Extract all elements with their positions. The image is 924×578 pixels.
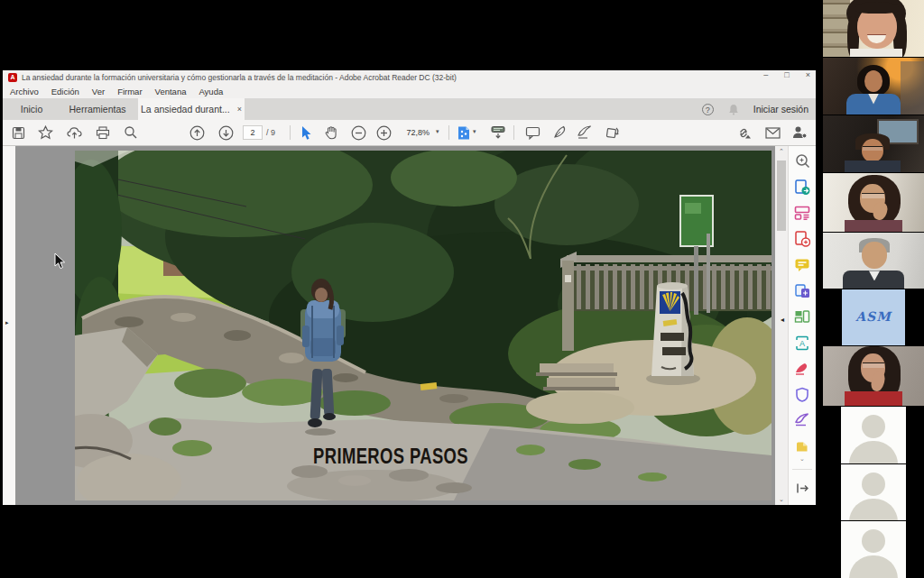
- participant-tile[interactable]: [823, 58, 924, 115]
- email-icon[interactable]: [764, 124, 781, 141]
- glasses: [863, 362, 884, 368]
- vertical-scrollbar[interactable]: ⌃ ⌄: [775, 146, 788, 505]
- zoom-level-value[interactable]: 72,8%: [401, 125, 430, 140]
- combine-files-icon[interactable]: [794, 283, 810, 299]
- toolbar-presets-icon[interactable]: [490, 124, 506, 141]
- search-icon[interactable]: [123, 124, 139, 141]
- create-pdf-icon[interactable]: [794, 231, 810, 247]
- glasses: [862, 193, 884, 198]
- participant-video-strip: ASM: [823, 0, 924, 578]
- bookshelf-background: [823, 0, 850, 57]
- previous-page-icon[interactable]: [189, 124, 205, 141]
- participant-tile-asm[interactable]: ASM: [823, 289, 924, 345]
- restore-button[interactable]: □: [784, 70, 789, 79]
- tools-panel: ◂: [788, 146, 816, 505]
- comment-tool-icon[interactable]: [794, 257, 810, 273]
- hand-tool-icon[interactable]: [323, 124, 339, 141]
- scroll-up-icon[interactable]: ⌃: [775, 148, 788, 155]
- asm-label: ASM: [842, 309, 905, 324]
- participant-tile[interactable]: [823, 0, 924, 57]
- menu-ventana[interactable]: Ventana: [155, 87, 187, 96]
- slide-caption: PRIMEROS PASOS: [304, 445, 477, 469]
- svg-text:A: A: [799, 339, 805, 348]
- participant-face: [862, 139, 883, 162]
- help-icon[interactable]: ?: [702, 104, 714, 115]
- mouse-cursor: [54, 252, 66, 270]
- save-icon[interactable]: [10, 124, 26, 141]
- fill-sign-tool-icon[interactable]: [794, 361, 810, 377]
- acrobat-app-icon: A: [8, 73, 17, 82]
- tab-bar: Inicio Herramientas La ansiedad durant..…: [3, 98, 816, 120]
- page-total-label: / 9: [266, 125, 275, 140]
- tab-inicio[interactable]: Inicio: [8, 98, 55, 120]
- avatar-silhouette-icon: [862, 415, 885, 438]
- zoom-out-icon[interactable]: [350, 124, 366, 141]
- export-pdf-icon[interactable]: [794, 179, 810, 196]
- toolbar: 2 / 9 72,8% ▾ ▾: [3, 120, 816, 146]
- comment-icon[interactable]: [524, 124, 541, 141]
- more-tools-chevron-icon[interactable]: ⌄: [799, 455, 805, 463]
- nav-expand-icon[interactable]: ▸: [5, 319, 9, 326]
- share-people-icon[interactable]: [791, 124, 808, 141]
- stamp-tool-icon[interactable]: [794, 438, 810, 454]
- menu-archivo[interactable]: Archivo: [10, 87, 39, 96]
- tab-herramientas[interactable]: Herramientas: [59, 98, 136, 120]
- close-button[interactable]: ×: [806, 70, 810, 79]
- screen-share-stage: A La ansiedad durante la formación unive…: [0, 0, 924, 578]
- minimize-button[interactable]: –: [763, 70, 768, 79]
- select-tool-icon[interactable]: [299, 124, 315, 141]
- share-upload-icon[interactable]: [66, 124, 82, 141]
- menu-ayuda[interactable]: Ayuda: [199, 87, 223, 96]
- sign-in-button[interactable]: Iniciar sesión: [753, 104, 808, 115]
- title-bar: A La ansiedad durante la formación unive…: [3, 70, 816, 85]
- zoom-caret-icon[interactable]: ▾: [436, 128, 439, 135]
- participant-tile[interactable]: [823, 346, 924, 407]
- page-display-caret-icon[interactable]: ▾: [473, 128, 476, 135]
- avatar-silhouette-icon: [862, 472, 885, 496]
- menu-bar: Archivo Edición Ver Firmar Ventana Ayuda: [3, 85, 816, 98]
- window-title: La ansiedad durante la formación univers…: [22, 73, 457, 82]
- participant-tile[interactable]: [823, 233, 924, 289]
- certificates-icon[interactable]: [794, 412, 810, 428]
- bell-icon[interactable]: [728, 104, 739, 115]
- share-link-icon[interactable]: [735, 124, 752, 141]
- tab-document[interactable]: La ansiedad durant... ×: [138, 98, 245, 120]
- acrobat-window: A La ansiedad durante la formación unive…: [3, 70, 816, 505]
- scroll-down-icon[interactable]: ⌄: [775, 496, 788, 503]
- next-page-icon[interactable]: [217, 124, 234, 141]
- document-area: ▸: [3, 146, 816, 505]
- edit-pdf-icon[interactable]: [794, 206, 810, 222]
- participant-face: [864, 70, 882, 92]
- send-track-icon[interactable]: [604, 124, 620, 141]
- participant-tile-placeholder[interactable]: [823, 521, 924, 578]
- page-number-input[interactable]: 2: [243, 125, 263, 140]
- scrollbar-thumb[interactable]: [777, 161, 786, 231]
- glasses: [863, 146, 882, 151]
- pdf-page-photo: PRIMEROS PASOS: [75, 151, 772, 500]
- star-favorites-icon[interactable]: [37, 124, 53, 141]
- organize-pages-icon[interactable]: [794, 309, 810, 326]
- participant-tile[interactable]: [823, 115, 924, 172]
- participant-tile[interactable]: [823, 173, 924, 233]
- search-tool-icon[interactable]: [794, 153, 810, 170]
- left-nav-panel-collapsed[interactable]: ▸: [3, 146, 15, 505]
- menu-edicion[interactable]: Edición: [51, 87, 79, 96]
- menu-firmar[interactable]: Firmar: [117, 87, 142, 96]
- participant-face: [862, 242, 887, 269]
- protect-icon[interactable]: [794, 386, 810, 402]
- compress-pdf-icon[interactable]: A: [794, 335, 810, 351]
- tab-close-icon[interactable]: ×: [237, 105, 242, 114]
- sign-quill-icon[interactable]: [577, 124, 593, 141]
- participant-tile-placeholder[interactable]: [823, 464, 924, 521]
- participant-tile-placeholder[interactable]: [823, 407, 924, 463]
- zoom-in-icon[interactable]: [375, 124, 392, 141]
- fill-sign-pen-icon[interactable]: [551, 124, 568, 141]
- print-icon[interactable]: [95, 124, 111, 141]
- document-canvas: PRIMEROS PASOS: [15, 146, 775, 505]
- tab-document-label: La ansiedad durant...: [141, 104, 230, 115]
- panel-collapse-icon[interactable]: ◂: [781, 316, 784, 324]
- menu-ver[interactable]: Ver: [92, 87, 105, 96]
- page-display-icon[interactable]: [456, 124, 472, 141]
- open-tools-panel-icon[interactable]: [794, 480, 810, 496]
